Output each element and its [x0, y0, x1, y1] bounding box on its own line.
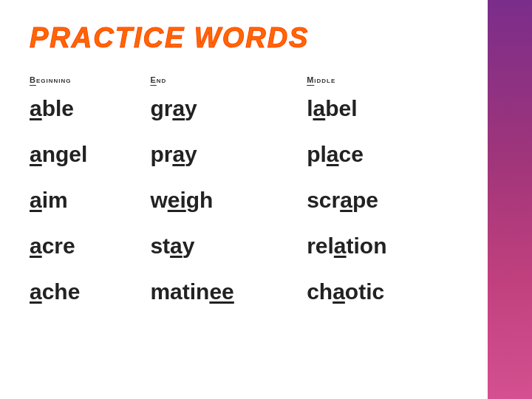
cell-r3-c0: acre	[30, 223, 150, 269]
table-row: aimweighscrape	[30, 177, 458, 223]
cell-r2-c1: weigh	[150, 177, 307, 223]
cell-r1-c0: angel	[30, 132, 150, 177]
table-row: acrestayrelation	[30, 223, 458, 269]
table-row: ablegraylabel	[30, 86, 458, 132]
cell-r4-c2: chaotic	[307, 269, 458, 315]
col3-header: Middle	[307, 75, 458, 86]
col2-header: End	[150, 75, 307, 86]
decorative-sidebar	[488, 0, 532, 399]
table-row: achematineechaotic	[30, 269, 458, 315]
cell-r2-c2: scrape	[307, 177, 458, 223]
table-row: angelprayplace	[30, 132, 458, 177]
cell-r2-c0: aim	[30, 177, 150, 223]
cell-r4-c1: matinee	[150, 269, 307, 315]
cell-r4-c0: ache	[30, 269, 150, 315]
col1-header: Beginning	[30, 75, 150, 86]
words-table: Beginning End Middle ablegraylabelangelp…	[30, 75, 458, 315]
cell-r3-c1: stay	[150, 223, 307, 269]
page-title: Practice Words	[30, 22, 458, 54]
cell-r0-c2: label	[307, 86, 458, 132]
cell-r1-c1: pray	[150, 132, 307, 177]
cell-r1-c2: place	[307, 132, 458, 177]
cell-r3-c2: relation	[307, 223, 458, 269]
cell-r0-c1: gray	[150, 86, 307, 132]
cell-r0-c0: able	[30, 86, 150, 132]
main-content: Practice Words Beginning End Middle able…	[0, 0, 488, 399]
